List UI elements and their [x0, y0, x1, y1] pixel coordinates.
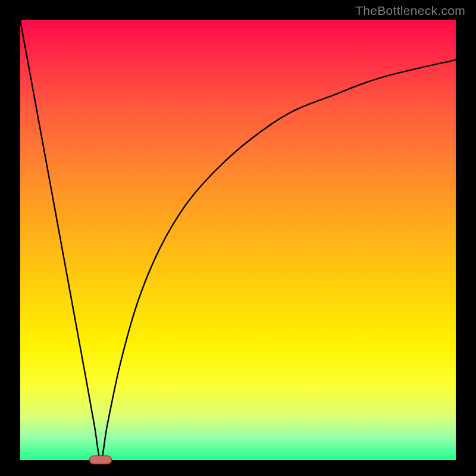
bottleneck-curve: [20, 20, 456, 460]
watermark-text: TheBottleneck.com: [355, 4, 465, 18]
chart-frame: TheBottleneck.com: [0, 0, 476, 476]
chart-plot-area: [20, 20, 456, 460]
curve-path: [20, 20, 456, 460]
min-marker: [89, 456, 112, 465]
